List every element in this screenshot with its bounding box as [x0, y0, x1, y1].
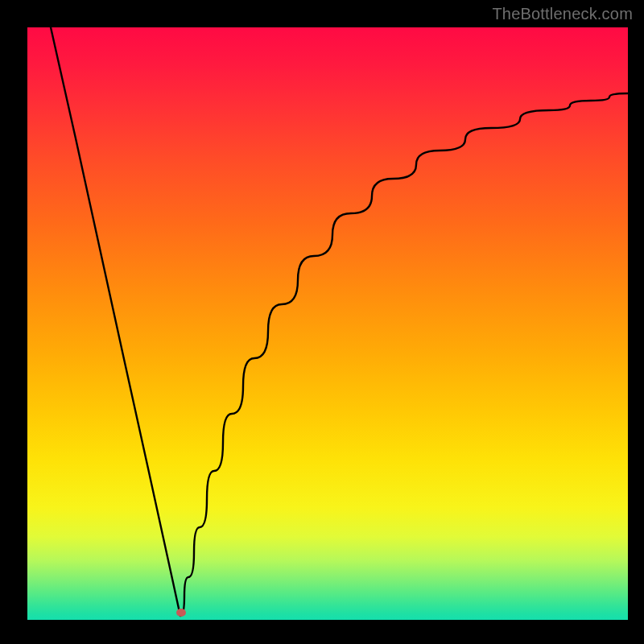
bottleneck-curve: [27, 27, 628, 620]
attribution-text: TheBottleneck.com: [492, 5, 633, 23]
stage: TheBottleneck.com: [0, 0, 644, 644]
sweet-spot-marker: [176, 609, 186, 617]
gradient-plot-area: [27, 27, 628, 620]
